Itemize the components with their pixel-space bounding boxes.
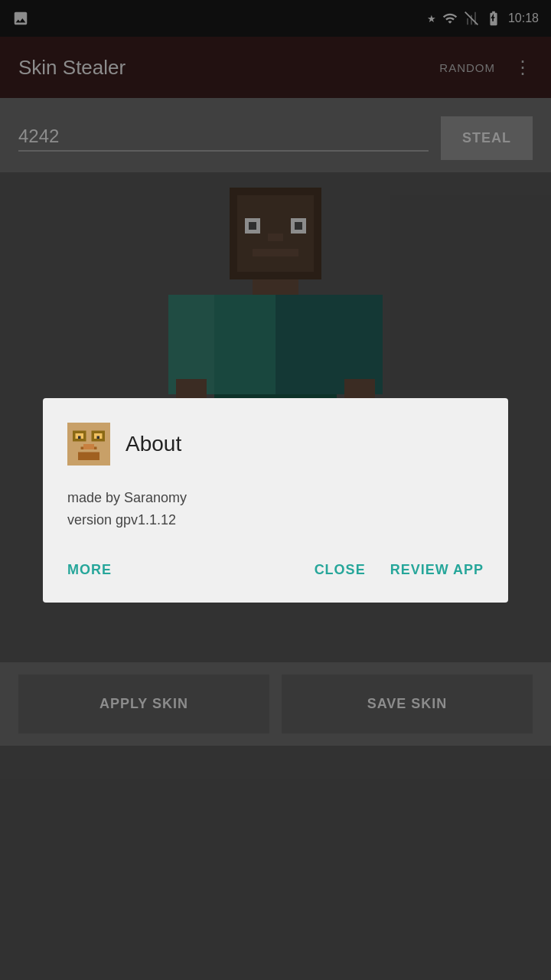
dialog-header: About — [67, 423, 484, 466]
svg-rect-33 — [78, 452, 99, 461]
dialog-body: made by Saranomy version gpv1.1.12 — [67, 487, 484, 531]
close-button[interactable]: CLOSE — [315, 556, 366, 584]
svg-rect-30 — [78, 436, 81, 439]
app-icon — [67, 423, 110, 466]
svg-rect-34 — [83, 444, 94, 449]
dialog-line1: made by Saranomy — [67, 487, 484, 509]
more-button[interactable]: MORE — [67, 556, 112, 584]
review-app-button[interactable]: REVIEW APP — [390, 556, 484, 584]
dialog-line2: version gpv1.1.12 — [67, 509, 484, 531]
dialog-title: About — [126, 432, 181, 456]
dialog-actions: MORE CLOSE REVIEW APP — [67, 556, 484, 584]
about-dialog: About made by Saranomy version gpv1.1.12… — [43, 398, 508, 603]
svg-rect-31 — [97, 436, 100, 439]
